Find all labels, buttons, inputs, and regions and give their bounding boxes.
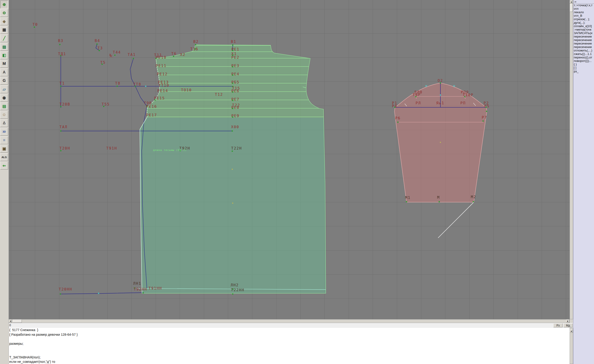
command-list-item[interactable]: пересечение [573,35,594,38]
exit-icon: ⇐ [3,163,6,168]
command-list-item[interactable]: пересечение [573,38,594,42]
command-list-item[interactable]: пересечение [573,45,594,49]
algorithm-code-panel[interactable]: { 5177 Снежинка }{ Разработано на размер… [0,328,570,364]
command-list-item[interactable]: := [573,0,594,3]
portrait-icon[interactable]: ☺ [0,111,8,119]
command-list-item[interactable]: :=метка(точк [573,28,594,31]
text-doc-icon[interactable]: ≡ [0,136,8,144]
code-line: если не_совпадает(пол,"д") то [9,360,570,364]
scroll-left-icon[interactable]: ◄ [9,319,12,323]
measure-line-icon: ╱ [3,36,5,41]
letter-m-icon[interactable]: М [0,60,8,68]
pattern-piece-icon[interactable]: ◧ [0,52,8,59]
alg-doc-icon: ALG [1,156,7,159]
command-list-item[interactable]: пересечение [573,42,594,45]
point-label: М1 [405,196,411,200]
pan-pattern-icon[interactable]: ◈ [0,17,8,25]
hscroll-thumb[interactable] [13,319,22,323]
command-list-item[interactable]: дуга(,..); [573,21,594,24]
command-list-item[interactable]: сжать(()...1.1 [573,52,594,56]
spec-table-icon: ▤ [2,104,6,109]
vscroll-thumb[interactable] [570,4,573,12]
text-doc-icon: ≡ [3,138,5,143]
spec-table-icon[interactable]: ▤ [0,102,8,110]
point-label: Р5 [484,104,490,108]
ruler-icon: ▱ [3,87,6,92]
point-label: ТА1 [128,53,136,57]
point-label: РЕ3 [231,64,239,68]
command-list-item[interactable]: отл [573,7,594,10]
letter-g-icon: G [3,78,6,83]
zoom-out-icon[interactable]: ⊖ [0,9,8,17]
garment-icon[interactable]: Δ [0,119,8,127]
letter-g-icon[interactable]: G [0,77,8,85]
drafting-tools-icon[interactable]: А [0,68,8,76]
point-label: Т22Н [231,146,242,150]
point-label: РЕ14 [157,89,168,93]
camera-icon[interactable]: ◉ [0,94,8,102]
scroll-up-icon[interactable]: ▲ [570,0,573,3]
command-list-item[interactable]: т.:=точка(т.х,т [573,3,594,7]
drafting-tools-icon: А [3,70,6,75]
point-label: Т20НН [59,287,72,291]
threed-icon: 3D [3,130,6,133]
code-scroll-up-icon[interactable]: ▲ [570,330,573,333]
threed-icon[interactable]: 3D [0,128,8,136]
point-label: РЕ7 [231,98,239,101]
command-list-panel: :=т.:=точка(т.х,тотллекалоотл_Вотрезок( … [573,0,594,364]
command-list-item[interactable]: перенос((),от [573,56,594,59]
command-list-item[interactable]: [ ] [573,66,594,70]
command-list-item[interactable]: лекало [573,10,594,14]
point-label: РЕ11 [156,64,167,68]
command-list-item[interactable]: отрезок( , ); [573,17,594,21]
canvas-vscrollbar[interactable]: ▲ [570,0,573,319]
point-label: ТД1 [58,52,66,56]
exit-icon[interactable]: ⇐ [0,162,8,170]
command-list-item[interactable]: отложить(,...) [573,49,594,52]
ruler-icon[interactable]: ▱ [0,85,8,93]
point-label: РЕ16 [146,105,157,108]
point-label: Т92НН [134,287,147,291]
zoom-in-icon[interactable]: ⊕ [0,0,8,8]
point-label: РЛ [416,101,421,105]
command-list-item[interactable]: поворот(())... [573,59,594,63]
point-label: РЕ12 [157,72,168,76]
point-label: РБ5 [231,80,239,84]
scrollbar-corner [570,319,573,323]
drawing-canvas[interactable]: Т0В3В4Т3хТ44ТА1ТД1Т5Т6Х2Т16В2В1РЕ1Х1РЕ2Р… [9,0,570,319]
point-label: Т1 [59,82,65,85]
code-line [9,351,570,355]
md-button[interactable]: Мд [563,324,573,327]
point-label: РЕ17 [146,113,157,117]
point-label: Т10Р [463,93,473,97]
command-list-item[interactable]: отл_В [573,14,594,17]
command-list-item[interactable]: ЗАПИСАТЬ(и [573,31,594,35]
point-label: ЛН1 [133,282,141,285]
command-list-item[interactable]: рз_ [573,70,594,73]
point-label: Х2 [180,53,185,57]
canvas-hscrollbar[interactable]: ◄ ► [9,319,570,323]
point-label: Т22НН [231,288,244,292]
image-icon[interactable]: ▨ [0,43,8,51]
point-label: Т8 [115,82,121,85]
rz-button[interactable]: Рз [554,324,563,327]
alg-doc-icon[interactable]: ALG [0,153,8,161]
point-label: Т20Н [59,146,70,150]
measure-line-icon[interactable]: ╱ [0,34,8,42]
point-label: РЕ1 [231,47,239,51]
point-label: Р4 [392,104,397,108]
command-list-item[interactable]: сплайн_к[10] [573,24,594,28]
grid-icon[interactable]: ▦ [0,26,8,34]
point-label: РЕ8 [231,106,239,109]
point-label: В4 [95,39,100,43]
books-icon[interactable]: ▣ [0,145,8,152]
code-vscrollbar[interactable]: ▲ [570,328,573,364]
point-label: Р7 [482,116,487,119]
command-list-item[interactable]: { } [573,63,594,66]
portrait-icon: ☺ [2,113,6,117]
point-label: Т8Р [412,93,421,97]
scroll-right-icon[interactable]: ► [566,319,569,323]
point-label: Т12 [215,93,223,96]
image-icon: ▨ [2,45,6,49]
point-label: Т5 [100,61,106,65]
